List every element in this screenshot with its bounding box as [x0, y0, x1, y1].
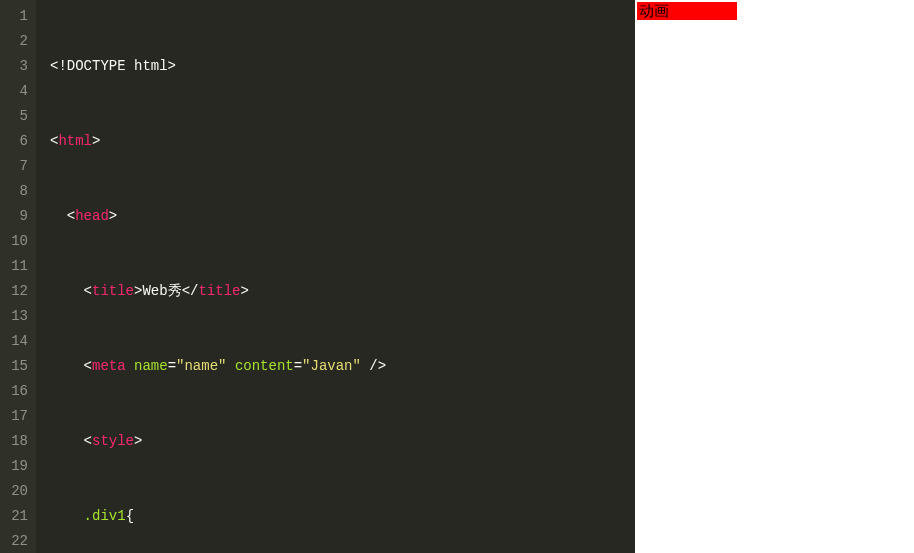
line-number: 1	[4, 4, 28, 29]
line-number: 4	[4, 79, 28, 104]
code-editor[interactable]: 1 2 3 4 5 6 7 8 9 10 11 12 13 14 15 16 1…	[0, 0, 635, 553]
preview-pane: 动画	[635, 0, 914, 553]
line-number: 18	[4, 429, 28, 454]
line-number: 20	[4, 479, 28, 504]
line-number: 2	[4, 29, 28, 54]
line-number: 14	[4, 329, 28, 354]
line-number: 19	[4, 454, 28, 479]
code-area[interactable]: <!DOCTYPE html> <html> <head> <title>Web…	[36, 0, 635, 553]
line-number: 22	[4, 529, 28, 553]
line-number-gutter: 1 2 3 4 5 6 7 8 9 10 11 12 13 14 15 16 1…	[0, 0, 36, 553]
line-number: 15	[4, 354, 28, 379]
line-number: 8	[4, 179, 28, 204]
line-number: 5	[4, 104, 28, 129]
code-line[interactable]: .div1{	[50, 504, 635, 529]
line-number: 21	[4, 504, 28, 529]
code-line[interactable]: <html>	[50, 129, 635, 154]
code-line[interactable]: <head>	[50, 204, 635, 229]
line-number: 10	[4, 229, 28, 254]
line-number: 7	[4, 154, 28, 179]
line-number: 9	[4, 204, 28, 229]
line-number: 6	[4, 129, 28, 154]
line-number: 17	[4, 404, 28, 429]
demo-div1[interactable]: 动画	[637, 2, 737, 20]
code-line[interactable]: <meta name="name" content="Javan" />	[50, 354, 635, 379]
line-number: 12	[4, 279, 28, 304]
line-number: 11	[4, 254, 28, 279]
line-number: 16	[4, 379, 28, 404]
line-number: 3	[4, 54, 28, 79]
code-line[interactable]: <title>Web秀</title>	[50, 279, 635, 304]
line-number: 13	[4, 304, 28, 329]
code-line[interactable]: <style>	[50, 429, 635, 454]
code-line[interactable]: <!DOCTYPE html>	[50, 54, 635, 79]
